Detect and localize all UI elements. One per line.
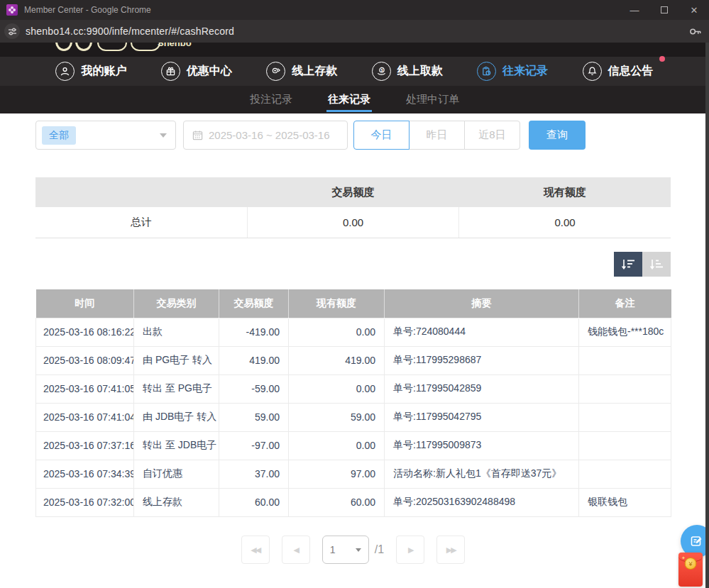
browser-titlebar: Member Center - Google Chrome — ✕ (0, 0, 709, 20)
table-cell: 60.00 (289, 488, 385, 516)
gold-coin-icon: ¥ (685, 558, 697, 570)
tab-bet-records[interactable]: 投注记录 (248, 86, 294, 113)
nav-label: 优惠中心 (187, 64, 232, 79)
chevron-down-icon (160, 133, 167, 138)
sort-descending-button[interactable] (614, 252, 642, 277)
table-cell: 419.00 (219, 346, 289, 375)
user-icon (55, 62, 75, 81)
summary-transaction-total: 0.00 (247, 207, 458, 238)
table-cell: 60.00 (219, 488, 289, 516)
table-cell: 2025-03-16 07:41:05 (36, 375, 134, 403)
first-page-button[interactable]: ◀◀ (241, 536, 270, 564)
table-cell: 0.00 (289, 318, 385, 346)
red-envelope-promo[interactable]: ✦ ¥ (678, 553, 703, 587)
summary-header-empty (35, 177, 247, 207)
header-time: 时间 (36, 289, 134, 318)
page-select[interactable]: 1 (322, 536, 369, 564)
nav-label: 往来记录 (502, 64, 548, 79)
password-key-icon[interactable] (688, 25, 702, 38)
table-cell: 单号:117995042795 (385, 403, 579, 431)
last8days-button[interactable]: 近8日 (464, 121, 520, 150)
table-row: 2025-03-16 07:41:05转出 至 PG电子-59.000.00单号… (36, 375, 671, 403)
sort-ascending-button[interactable] (642, 252, 671, 277)
today-button[interactable]: 今日 (353, 121, 410, 150)
prev-page-button[interactable]: ◀ (282, 536, 310, 564)
browser-toolbar: shenbo14.cc:9900/infe/mcenter/#/cashReco… (0, 20, 709, 43)
summary-header-balance: 现有额度 (459, 177, 671, 207)
table-cell: 2025-03-16 08:09:47 (36, 346, 134, 375)
nav-label: 信息公告 (608, 64, 654, 79)
records-table-body: 2025-03-16 08:16:22出款-419.000.00单号:72408… (36, 318, 671, 516)
nav-item-withdraw[interactable]: $ 线上取款 (372, 62, 443, 81)
sort-descending-icon (620, 258, 636, 271)
address-bar[interactable]: shenbo14.cc:9900/infe/mcenter/#/cashReco… (26, 26, 234, 37)
nav-item-deposit[interactable]: 线上存款 (266, 62, 337, 81)
table-cell: 转出 至 JDB电子 (134, 431, 219, 460)
close-button[interactable]: ✕ (679, 0, 709, 20)
tab-pending-orders[interactable]: 处理中订单 (405, 86, 461, 113)
nav-label: 线上取款 (397, 64, 443, 79)
table-cell: 0.00 (289, 375, 385, 403)
current-page-value: 1 (330, 544, 336, 555)
window-title: Member Center - Google Chrome (24, 5, 151, 15)
date-range-input[interactable]: 2025-03-16 ~ 2025-03-16 (183, 121, 348, 150)
site-settings-icon[interactable] (4, 23, 20, 39)
record-tabbar: 投注记录 往来记录 处理中订单 (0, 86, 709, 113)
table-cell: 2025-03-16 08:16:22 (36, 318, 134, 346)
header-pill-button-2[interactable] (131, 43, 160, 51)
table-cell: 59.00 (219, 403, 289, 431)
gift-icon (161, 62, 180, 81)
table-cell: 出款 (134, 318, 219, 346)
double-left-arrow-icon: ◀◀ (251, 545, 260, 555)
table-cell: 37.00 (219, 460, 289, 488)
summary-balance-total: 0.00 (459, 207, 671, 238)
table-cell: 由 PG电子 转入 (134, 346, 219, 375)
filter-bar: 全部 2025-03-16 ~ 2025-03-16 今日 昨日 近8日 查询 (35, 121, 586, 150)
table-cell: 单号:117995009873 (385, 431, 579, 460)
table-cell (579, 375, 671, 403)
table-cell: 59.00 (289, 403, 385, 431)
summary-table: 交易额度 现有额度 总计 0.00 0.00 (35, 177, 671, 238)
table-cell: -419.00 (219, 318, 289, 346)
brand-name: Shenbo (158, 43, 192, 48)
table-row: 2025-03-16 07:37:16转出 至 JDB电子-97.000.00单… (36, 431, 671, 460)
next-page-button[interactable]: ▶ (396, 536, 424, 564)
nav-item-announcements[interactable]: 信息公告 (583, 62, 654, 81)
table-cell: 2025-03-16 07:41:04 (36, 403, 134, 431)
deposit-icon (266, 62, 285, 81)
search-button[interactable]: 查询 (529, 121, 586, 150)
quick-date-group: 今日 昨日 近8日 (353, 121, 520, 150)
table-cell: 钱能钱包-***180c (579, 318, 671, 346)
table-cell (579, 346, 671, 375)
table-cell: -59.00 (219, 375, 289, 403)
active-tab-underline (326, 110, 372, 112)
nav-item-promotions[interactable]: 优惠中心 (161, 62, 232, 81)
header-remark: 备注 (579, 289, 671, 318)
records-icon (477, 62, 496, 81)
header-summary: 摘要 (385, 289, 579, 318)
page-scrollbar[interactable] (705, 43, 709, 588)
chevron-down-icon (356, 548, 361, 552)
table-cell: 活动名称:新人礼包1《首存即送37元》 (385, 460, 579, 488)
tab-cash-records[interactable]: 往来记录 (326, 86, 372, 113)
pagination: ◀◀ ◀ 1 /1 ▶ ▶▶ (35, 536, 671, 564)
table-cell: -97.00 (219, 431, 289, 460)
nav-item-cash-records[interactable]: 往来记录 (477, 62, 548, 81)
compose-icon (690, 534, 704, 548)
cash-record-page: 全部 2025-03-16 ~ 2025-03-16 今日 昨日 近8日 查询 … (0, 113, 709, 588)
calendar-icon (192, 130, 203, 140)
table-row: 2025-03-16 07:32:00线上存款60.0060.00单号:2025… (36, 488, 671, 516)
summary-header-transaction: 交易额度 (247, 177, 458, 207)
date-range-value: 2025-03-16 ~ 2025-03-16 (209, 129, 330, 141)
yesterday-button[interactable]: 昨日 (409, 121, 465, 150)
table-cell: 单号:117995298687 (385, 346, 579, 375)
maximize-button[interactable] (649, 0, 679, 20)
minimize-button[interactable]: — (620, 0, 649, 20)
transaction-type-select[interactable]: 全部 (35, 121, 176, 150)
table-row: 2025-03-16 08:09:47由 PG电子 转入419.00419.00… (36, 346, 671, 375)
nav-item-my-account[interactable]: 我的账户 (55, 62, 126, 81)
last-page-button[interactable]: ▶▶ (436, 536, 465, 564)
table-cell (579, 431, 671, 460)
main-navbar: 我的账户 优惠中心 线上存款 $ 线上取款 往来记录 信息公告 (0, 57, 709, 86)
header-pill-button-1[interactable] (97, 43, 127, 51)
